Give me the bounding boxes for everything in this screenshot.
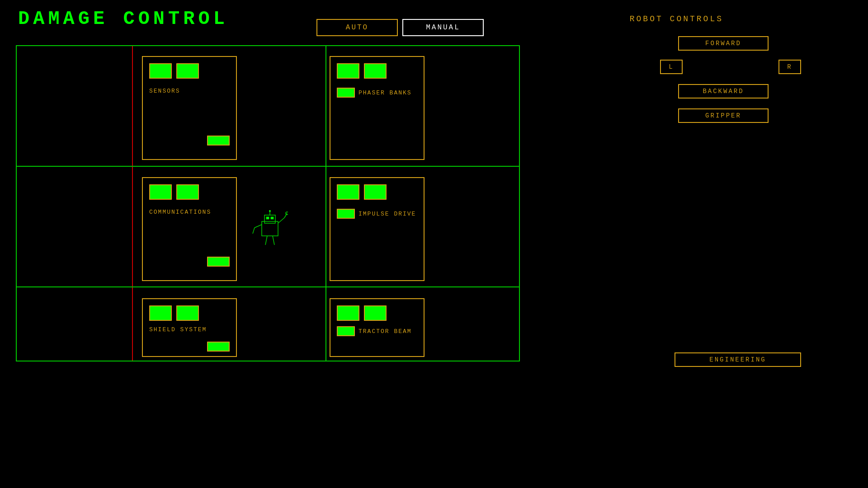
svg-rect-8 <box>266 217 269 219</box>
impulse-monitor-2 <box>364 184 387 200</box>
svg-rect-9 <box>271 217 274 219</box>
sensors-monitors <box>149 63 199 79</box>
tractor-bar <box>337 326 355 336</box>
phaser-bar-left <box>337 88 355 98</box>
svg-line-7 <box>273 236 274 245</box>
communications-label: COMMUNICATIONS <box>149 209 211 216</box>
phaser-monitors <box>337 63 387 79</box>
sensors-monitor-2 <box>176 63 199 79</box>
svg-line-2 <box>255 225 262 228</box>
shield-system-label: SHIELD SYSTEM <box>149 326 207 333</box>
svg-line-3 <box>253 228 255 234</box>
tractor-monitor-2 <box>364 305 387 321</box>
right-button[interactable]: R <box>778 60 801 74</box>
comms-status-bar <box>207 257 230 267</box>
engineering-button[interactable]: ENGINEERING <box>675 352 801 367</box>
robot-figure <box>252 209 288 252</box>
comms-monitors <box>149 184 199 200</box>
v-divider-center <box>326 46 326 361</box>
svg-line-4 <box>278 218 284 223</box>
shield-status-bar <box>207 342 230 352</box>
tractor-beam-label: TRACTOR BEAM <box>359 328 412 335</box>
shield-monitor-2 <box>176 305 199 321</box>
module-impulse-drive: IMPULSE DRIVE <box>330 177 425 281</box>
mode-buttons: AUTO MANUAL <box>316 19 484 36</box>
sensors-monitor-1 <box>149 63 172 79</box>
h-divider-2 <box>17 286 519 287</box>
tractor-monitor-1 <box>337 305 359 321</box>
impulse-monitors <box>337 184 387 200</box>
phaser-monitor-2 <box>364 63 387 79</box>
module-shield-system: SHIELD SYSTEM <box>142 298 237 357</box>
page-title: DAMAGE CONTROL <box>18 8 228 30</box>
sensors-status-bar <box>207 136 230 145</box>
module-communications: COMMUNICATIONS <box>142 177 237 281</box>
auto-button[interactable]: AUTO <box>316 19 398 36</box>
comms-monitor-1 <box>149 184 172 200</box>
tractor-monitors <box>337 305 387 321</box>
gripper-button[interactable]: GRIPPER <box>678 108 769 123</box>
red-divider <box>132 46 133 361</box>
module-sensors: SENSORS <box>142 56 237 160</box>
svg-line-6 <box>265 236 267 245</box>
shield-monitors <box>149 305 199 321</box>
sensors-label: SENSORS <box>149 88 180 94</box>
robot-controls-label: ROBOT CONTROLS <box>630 14 723 23</box>
forward-button[interactable]: FORWARD <box>678 36 769 51</box>
main-panel: SENSORS PHASER BANKS COMMUNICATIONS <box>16 45 520 361</box>
comms-monitor-2 <box>176 184 199 200</box>
svg-point-11 <box>269 210 271 212</box>
impulse-monitor-1 <box>337 184 359 200</box>
left-button[interactable]: L <box>660 60 683 74</box>
phaser-banks-label: PHASER BANKS <box>359 89 412 96</box>
module-tractor-beam: TRACTOR BEAM <box>330 298 425 357</box>
shield-monitor-1 <box>149 305 172 321</box>
impulse-bar <box>337 209 355 219</box>
svg-rect-0 <box>262 221 278 236</box>
manual-button[interactable]: MANUAL <box>402 19 484 36</box>
phaser-monitor-1 <box>337 63 359 79</box>
h-divider-1 <box>17 166 519 167</box>
backward-button[interactable]: BACKWARD <box>678 84 769 99</box>
module-phaser-banks: PHASER BANKS <box>330 56 425 160</box>
impulse-drive-label: IMPULSE DRIVE <box>359 211 416 217</box>
